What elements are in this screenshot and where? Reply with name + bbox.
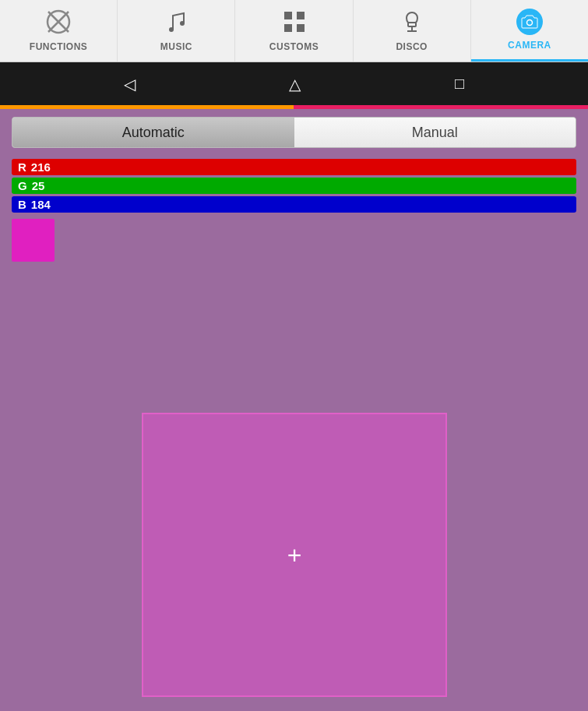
- svg-rect-6: [297, 12, 305, 19]
- rgb-green-badge: G 25: [12, 178, 576, 194]
- home-button[interactable]: △: [289, 75, 301, 93]
- nav-label-music: MUSIC: [160, 41, 192, 52]
- top-nav: FUNCTIONS MUSIC CUSTOMS: [0, 0, 588, 62]
- tab-manual[interactable]: Manual: [294, 118, 576, 147]
- svg-point-12: [526, 20, 532, 26]
- nav-label-camera: CAMERA: [508, 40, 551, 51]
- svg-point-3: [169, 27, 174, 32]
- mode-tabs: Automatic Manual: [12, 117, 576, 148]
- nav-item-functions[interactable]: FUNCTIONS: [0, 0, 118, 62]
- customs-icon: [282, 9, 307, 38]
- nav-label-disco: DISCO: [396, 41, 428, 52]
- color-swatch: [12, 219, 55, 262]
- rgb-values: R 216 G 25 B 184: [12, 159, 576, 213]
- main-content: Automatic Manual R 216 G 25 B 184 +: [0, 109, 588, 711]
- tab-automatic[interactable]: Automatic: [12, 118, 294, 147]
- svg-rect-5: [284, 12, 292, 19]
- nav-label-functions: FUNCTIONS: [30, 41, 88, 52]
- back-button[interactable]: ◁: [124, 75, 136, 93]
- svg-rect-7: [284, 24, 292, 32]
- nav-item-customs[interactable]: CUSTOMS: [235, 0, 353, 62]
- music-icon: [164, 9, 188, 38]
- nav-item-camera[interactable]: CAMERA: [471, 0, 588, 62]
- disco-icon: [400, 9, 424, 38]
- camera-icon: [516, 9, 543, 37]
- nav-item-music[interactable]: MUSIC: [118, 0, 235, 62]
- recent-button[interactable]: □: [455, 75, 464, 93]
- svg-point-4: [180, 21, 185, 26]
- nav-label-customs: CUSTOMS: [269, 41, 319, 52]
- camera-target-box[interactable]: +: [142, 413, 447, 697]
- svg-rect-8: [297, 24, 305, 32]
- svg-rect-9: [408, 23, 416, 26]
- functions-icon: [46, 9, 71, 38]
- nav-item-disco[interactable]: DISCO: [354, 0, 471, 62]
- rgb-red-badge: R 216: [12, 159, 576, 175]
- rgb-blue-badge: B 184: [12, 196, 576, 213]
- camera-plus-icon: +: [287, 543, 302, 568]
- android-nav: ◁ △ □: [0, 62, 588, 105]
